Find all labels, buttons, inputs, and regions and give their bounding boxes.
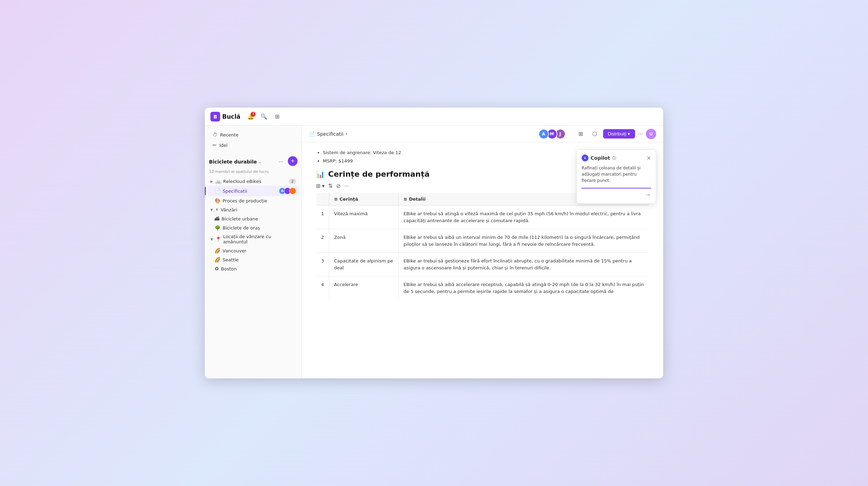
avatar-1: A: [539, 129, 549, 139]
vanzari-chevron: ▼: [210, 208, 213, 212]
row-detalii: EBike ar trebui să gestioneze fără efort…: [399, 253, 649, 276]
sidebar-tree: ▶ 🚲 Relecloud eBikes 2 📄 Specificatii A: [205, 177, 302, 273]
workspace-add-button[interactable]: +: [288, 156, 298, 166]
performance-table: ≡ Cerință ≡ Detalii 1 Viteză maximă EBik…: [316, 193, 649, 300]
relecloud-icon: 🚲: [215, 178, 221, 184]
chevron-icon: ▶: [210, 179, 213, 183]
detalii-col-icon: ≡: [403, 196, 409, 202]
copilot-panel: ✦ Copilot ⓘ ✕ Rafinați coloana de detali…: [576, 149, 656, 204]
sidebar: ⏱ Recente ✏️ Idei Biciclete durabile ⌄ ⋯…: [205, 126, 302, 378]
row-cerinta: Capacitate de alpinism pe deal: [329, 253, 399, 276]
table-row: 3 Capacitate de alpinism pe deal EBike a…: [316, 253, 649, 276]
row-num: 2: [316, 229, 329, 253]
row-detalii: EBike ar trebui să atingă o viteză maxim…: [399, 206, 649, 229]
copilot-text: Rafinați coloana de detalii și adăugați …: [582, 165, 651, 184]
row-num: 3: [316, 253, 329, 276]
page-title: Specificatii: [317, 131, 343, 137]
copilot-close-button[interactable]: ✕: [646, 155, 651, 161]
top-bar: B Buclă 🔔 8 🔍 ⊞: [205, 108, 663, 126]
page-title-dropdown-icon[interactable]: ▾: [345, 132, 347, 136]
workspace-title: Biciclete durabile ⌄: [209, 159, 262, 165]
view-toggle-button[interactable]: ⊞ ▾: [316, 183, 325, 189]
sidebar-label-oras: Biciclete de oraș: [223, 225, 260, 231]
page-title-area: 📄 Specificatii ▾: [309, 131, 347, 137]
workspace-subtitle: 12 membri ai spațiului de lucru: [205, 169, 302, 177]
process-icon: 🎨: [215, 198, 220, 203]
page-doc-icon: 📄: [309, 131, 315, 137]
notification-count: 8: [251, 112, 256, 117]
workspace-dropdown-icon: ⌄: [258, 159, 262, 164]
copilot-logo: ✦: [582, 154, 589, 161]
filter-button[interactable]: ⊘: [336, 183, 341, 189]
sidebar-label-proces: Proces de producție: [223, 198, 267, 203]
content-area: 📄 Specificatii ▾ A M J ⊞: [302, 126, 663, 378]
row-detalii: EBike ar trebui să aibă un interval mini…: [399, 229, 649, 253]
locatii-chevron: ▼: [210, 237, 213, 241]
row-cerinta: Viteză maximă: [329, 206, 399, 229]
sort-button[interactable]: ⇅: [328, 183, 333, 189]
sidebar-item-seattle[interactable]: 🌈 Seattle: [208, 255, 299, 264]
cerinta-col-icon: ≡: [334, 196, 339, 202]
table-row: 1 Viteză maximă EBike ar trebui să ating…: [316, 206, 649, 229]
grid-view-button[interactable]: ⊞: [272, 111, 283, 122]
sidebar-item-biciclete-urbane[interactable]: 🏙 Biciclete urbane: [208, 214, 299, 223]
sidebar-item-recente[interactable]: ⏱ Recente: [209, 130, 298, 140]
sidebar-item-biciclete-oras[interactable]: 🌳 Biciclete de oraș: [208, 223, 299, 232]
boston-icon: ♻: [215, 266, 219, 271]
sidebar-label-specificatii: Specificatii: [223, 188, 247, 194]
urban-icon: 🏙: [215, 216, 219, 221]
doc-content: Sistem de angrenare: Viteza de 12 MSRP: …: [302, 142, 663, 378]
topbar-avatars: A M J: [541, 129, 566, 139]
sidebar-label-relecloud: Relecloud eBikes: [223, 179, 261, 184]
copilot-input-area: →: [582, 188, 651, 199]
sidebar-item-specificatii[interactable]: 📄 Specificatii A: [208, 186, 299, 196]
sidebar-label-vanzari: Vânzări: [221, 207, 237, 212]
table-row: 2 Zonă EBike ar trebui să aibă un interv…: [316, 229, 649, 253]
workspace-header: Biciclete durabile ⌄ ⋯ +: [205, 153, 302, 169]
sidebar-label-vancouver: Vancouver: [223, 248, 246, 253]
user-avatar-button[interactable]: U: [646, 129, 656, 139]
row-cerinta: Accelerare: [329, 276, 399, 300]
row-detalii: EBike ar trebui să aibă accelerare recep…: [399, 276, 649, 300]
copilot-header: ✦ Copilot ⓘ ✕: [582, 154, 651, 161]
apps-grid-button[interactable]: ⊞: [575, 128, 586, 140]
pin-icon: 📍: [215, 236, 221, 242]
clock-icon: ⏱: [212, 132, 217, 137]
workspace-menu-button[interactable]: ⋯: [275, 156, 286, 167]
sidebar-item-proces[interactable]: 🎨 Proces de producție: [208, 196, 299, 205]
app-logo-text: Buclă: [222, 113, 240, 120]
vancouver-icon: 🌈: [215, 248, 220, 253]
logo-area: B Buclă 🔔 8 🔍 ⊞: [210, 111, 301, 122]
lightning-icon: ⚡: [215, 207, 219, 212]
sidebar-label-seattle: Seattle: [223, 257, 239, 262]
search-button[interactable]: 🔍: [258, 111, 269, 122]
seattle-icon: 🌈: [215, 257, 220, 262]
row-num: 1: [316, 206, 329, 229]
more-table-options-button[interactable]: ···: [344, 183, 349, 189]
app-logo-icon: B: [210, 112, 220, 122]
copilot-send-button[interactable]: →: [645, 191, 651, 199]
sidebar-label-boston: Boston: [221, 266, 237, 271]
more-options-button[interactable]: ···: [638, 130, 643, 137]
content-topbar: 📄 Specificatii ▾ A M J ⊞: [302, 126, 663, 142]
col-cerinta: ≡ Cerință: [329, 193, 399, 206]
sidebar-item-boston[interactable]: ♻ Boston: [208, 264, 299, 273]
edit-icon: ✏️: [212, 142, 217, 148]
relecloud-badge: 2: [289, 179, 296, 184]
oras-icon: 🌳: [215, 225, 220, 231]
row-cerinta: Zonă: [329, 229, 399, 253]
distribute-button[interactable]: Distribuiți ▾: [603, 129, 635, 139]
copilot-title: ✦ Copilot ⓘ: [582, 154, 616, 161]
sidebar-item-locatii[interactable]: ▼ 📍 Locații de vânzare cu amănuntul: [208, 232, 299, 246]
doc-icon: 📄: [215, 188, 220, 194]
sidebar-item-vancouver[interactable]: 🌈 Vancouver: [208, 246, 299, 255]
topbar-right-actions: ⊞ ⬡ Distribuiți ▾ ··· U: [575, 128, 656, 140]
sidebar-item-idei[interactable]: ✏️ Idei: [209, 140, 298, 150]
col-num: [316, 193, 329, 206]
copilot-info-icon: ⓘ: [612, 156, 616, 161]
sidebar-item-relecloud[interactable]: ▶ 🚲 Relecloud eBikes 2: [208, 177, 299, 186]
share-button[interactable]: ⬡: [589, 128, 600, 140]
sidebar-label-locatii: Locații de vânzare cu amănuntul: [223, 234, 296, 244]
sidebar-item-vanzari[interactable]: ▼ ⚡ Vânzări: [208, 205, 299, 214]
distribute-dropdown-icon: ▾: [628, 131, 630, 136]
